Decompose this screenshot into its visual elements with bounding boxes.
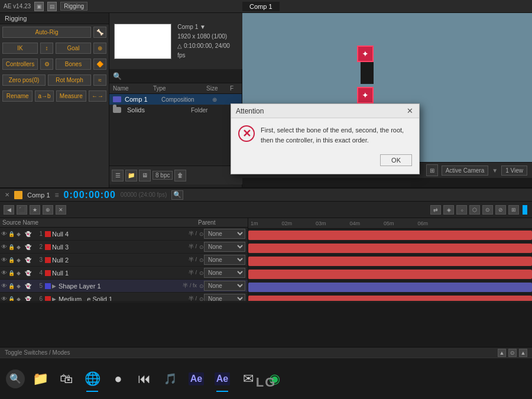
- measure-icon[interactable]: ←→: [89, 90, 106, 102]
- track-lane-2: [248, 242, 532, 255]
- label-icon[interactable]: ◆: [17, 244, 24, 250]
- label-icon[interactable]: ◆: [17, 270, 24, 276]
- ruler-mark: 04m: [350, 220, 361, 226]
- tool-icon-2[interactable]: ▤: [47, 2, 57, 11]
- lock-icon[interactable]: 🔒: [8, 231, 15, 237]
- visibility-icon[interactable]: 👁: [1, 283, 7, 289]
- search-input[interactable]: [122, 73, 238, 80]
- toolbar-btn-2[interactable]: 📁: [125, 170, 137, 181]
- ik-button[interactable]: IK: [2, 43, 38, 54]
- bottom-btn-1[interactable]: ▲: [498, 349, 506, 357]
- zero-pos-button[interactable]: Zero pos(0): [2, 74, 46, 86]
- label-icon[interactable]: ◆: [17, 257, 24, 263]
- label-icon[interactable]: ◆: [17, 231, 24, 237]
- view-icon[interactable]: ⊞: [426, 164, 438, 176]
- tl-ctrl-mode5[interactable]: ⊙: [482, 205, 493, 215]
- taskbar-fl-btn[interactable]: 🎵: [160, 368, 181, 390]
- visibility-icon[interactable]: 👁: [1, 296, 7, 301]
- ik-icon[interactable]: ↕: [40, 43, 53, 54]
- shy-icon[interactable]: 👻: [25, 283, 32, 289]
- table-row: 👁 🔒 ◆ 👻 3 Null 2 半 / ⊙ None: [0, 254, 248, 267]
- list-item[interactable]: Comp 1 Composition ⊕: [109, 94, 242, 105]
- bones-button[interactable]: Bones: [56, 59, 91, 70]
- parent-dropdown[interactable]: None: [204, 229, 245, 239]
- shy-icon[interactable]: 👻: [25, 296, 32, 301]
- track-lane-3: [248, 255, 532, 268]
- rename-button[interactable]: Rename: [2, 90, 33, 102]
- shy-icon[interactable]: 👻: [25, 244, 32, 250]
- timeline-panel: ✕ Comp 1 ≡ 0:00:00:00 00000 (24:00 fps) …: [0, 187, 532, 303]
- taskbar-chrome-btn[interactable]: ●: [108, 368, 129, 390]
- search-timeline-icon[interactable]: 🔍: [171, 190, 183, 200]
- lock-icon[interactable]: 🔒: [8, 244, 15, 250]
- view-select[interactable]: 1 View: [501, 166, 527, 176]
- expand-icon[interactable]: ▶: [52, 296, 56, 301]
- visibility-icon[interactable]: 👁: [1, 270, 7, 276]
- camera-dropdown-arrow[interactable]: ▼: [492, 167, 498, 174]
- visibility-icon[interactable]: 👁: [1, 244, 7, 250]
- measure-button[interactable]: Measure: [56, 90, 86, 102]
- comp-menu-icon[interactable]: ≡: [55, 191, 59, 199]
- toolbar-btn-3[interactable]: 🖥: [139, 170, 151, 181]
- shy-icon[interactable]: 👻: [25, 270, 32, 276]
- lock-icon[interactable]: 🔒: [8, 257, 15, 263]
- tl-ctrl-mode7[interactable]: ⊞: [508, 205, 519, 215]
- parent-dropdown[interactable]: None: [204, 242, 245, 252]
- bottom-btn-3[interactable]: ▲: [519, 349, 527, 357]
- goal-button[interactable]: Goal: [56, 43, 91, 54]
- shy-icon[interactable]: 👻: [25, 231, 32, 237]
- parent-dropdown[interactable]: None: [204, 281, 245, 291]
- tl-ctrl-mode2[interactable]: ◈: [443, 205, 454, 215]
- shy-icon[interactable]: 👻: [25, 257, 32, 263]
- taskbar-ae2-btn[interactable]: Ae: [212, 368, 233, 390]
- visibility-icon[interactable]: 👁: [1, 231, 7, 237]
- dialog-ok-button[interactable]: OK: [380, 154, 412, 166]
- rot-morph-button[interactable]: Rot Morph: [48, 74, 91, 86]
- taskbar-ae-btn[interactable]: Ae: [186, 368, 207, 390]
- label-icon[interactable]: ◆: [17, 296, 24, 301]
- lock-icon[interactable]: 🔒: [8, 296, 15, 301]
- toolbar-btn-1[interactable]: ☰: [112, 170, 124, 181]
- goal-icon[interactable]: ⊕: [93, 43, 106, 54]
- list-item[interactable]: Solids Folder: [109, 105, 242, 115]
- controllers-icon[interactable]: ⚙: [40, 59, 53, 70]
- dialog-close-button[interactable]: ✕: [405, 106, 414, 116]
- tl-ctrl-4[interactable]: ⊕: [43, 205, 53, 215]
- taskbar: 🔍 📁 🛍 🌐 ● ⏮ 🎵 Ae Ae ✉ ◉ LG: [0, 358, 532, 399]
- taskbar-media-btn[interactable]: ⏮: [134, 368, 155, 390]
- parent-dropdown[interactable]: None: [204, 294, 245, 301]
- auto-rig-icon[interactable]: 🦴: [93, 27, 106, 38]
- auto-rig-button[interactable]: Auto-Rig: [2, 27, 91, 38]
- label-icon[interactable]: ◆: [17, 283, 24, 289]
- visibility-icon[interactable]: 👁: [1, 257, 7, 263]
- expand-icon[interactable]: ▶: [52, 283, 56, 289]
- rot-morph-icon[interactable]: ≈: [93, 74, 106, 86]
- taskbar-edge-btn[interactable]: 🌐: [82, 368, 103, 390]
- comp-icon: [113, 96, 121, 102]
- tl-ctrl-1[interactable]: ◀: [4, 205, 14, 215]
- bones-icon[interactable]: 🔶: [93, 59, 106, 70]
- tab-comp1[interactable]: Comp 1: [242, 2, 280, 11]
- taskbar-explorer-btn[interactable]: 📁: [30, 368, 51, 390]
- tl-ctrl-2[interactable]: ⬛: [17, 205, 27, 215]
- taskbar-search-btn[interactable]: 🔍: [6, 369, 25, 388]
- tl-ctrl-3[interactable]: ★: [30, 205, 40, 215]
- mode-dropdown[interactable]: Rigging: [60, 2, 87, 11]
- controllers-button[interactable]: Controllers: [2, 59, 38, 70]
- tool-icon-1[interactable]: ▣: [34, 2, 44, 11]
- taskbar-store-btn[interactable]: 🛍: [56, 368, 77, 390]
- rename-icon[interactable]: a→b: [35, 90, 53, 102]
- parent-dropdown[interactable]: None: [204, 268, 245, 278]
- tl-ctrl-mode6[interactable]: ⊘: [495, 205, 506, 215]
- parent-dropdown[interactable]: None: [204, 255, 245, 265]
- tl-ctrl-mode1[interactable]: ⇄: [430, 205, 441, 215]
- tl-ctrl-5[interactable]: ✕: [56, 205, 66, 215]
- lock-icon[interactable]: 🔒: [8, 283, 15, 289]
- close-comp-btn[interactable]: ✕: [5, 192, 9, 198]
- tl-ctrl-mode4[interactable]: ⬡: [469, 205, 480, 215]
- bottom-btn-2[interactable]: ⊙: [508, 349, 517, 357]
- camera-select[interactable]: Active Camera: [442, 166, 489, 176]
- lock-icon[interactable]: 🔒: [8, 270, 15, 276]
- toolbar-btn-trash[interactable]: 🗑: [174, 170, 186, 181]
- tl-ctrl-mode3[interactable]: ⬦: [456, 205, 467, 215]
